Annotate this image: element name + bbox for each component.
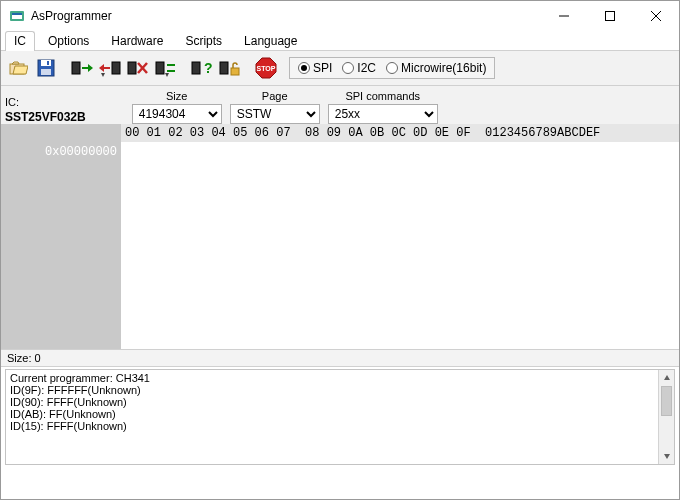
size-select[interactable]: 4194304 <box>132 104 222 124</box>
toolbar: ? STOP SPII2CMicrowire(16bit) <box>1 51 679 86</box>
minimize-button[interactable] <box>541 1 587 31</box>
erase-ic-button[interactable] <box>125 55 151 81</box>
svg-marker-9 <box>13 66 28 74</box>
menu-tab-options[interactable]: Options <box>39 31 98 50</box>
svg-rect-13 <box>41 69 51 75</box>
scroll-up-icon[interactable] <box>659 370 674 386</box>
svg-rect-12 <box>47 61 49 65</box>
svg-marker-49 <box>165 73 169 77</box>
svg-rect-31 <box>128 62 136 74</box>
svg-marker-68 <box>664 375 670 380</box>
stop-button[interactable]: STOP <box>253 55 279 81</box>
status-bar: Size: 0 <box>1 349 679 367</box>
radio-icon <box>298 62 310 74</box>
svg-rect-4 <box>606 12 615 21</box>
config-row: IC: SST25VF032B Size 4194304 Page SSTW S… <box>1 86 679 124</box>
iface-radio-spi[interactable]: SPI <box>298 61 332 75</box>
scroll-thumb[interactable] <box>661 386 672 416</box>
hex-header: 00 01 02 03 04 05 06 07 08 09 0A 0B 0C 0… <box>121 124 679 142</box>
spicmd-select[interactable]: 25xx <box>328 104 438 124</box>
menu-tab-hardware[interactable]: Hardware <box>102 31 172 50</box>
unlock-ic-button[interactable] <box>217 55 243 81</box>
close-button[interactable] <box>633 1 679 31</box>
titlebar: AsProgrammer <box>1 1 679 31</box>
page-select[interactable]: SSTW <box>230 104 320 124</box>
svg-rect-58 <box>220 62 228 74</box>
svg-marker-69 <box>664 454 670 459</box>
svg-rect-50 <box>192 62 200 74</box>
save-file-button[interactable] <box>33 55 59 81</box>
svg-rect-2 <box>12 13 22 15</box>
radio-icon <box>342 62 354 74</box>
svg-rect-14 <box>72 62 80 74</box>
radio-label: Microwire(16bit) <box>401 61 486 75</box>
svg-rect-22 <box>112 62 120 74</box>
interface-radio-group: SPII2CMicrowire(16bit) <box>289 57 495 79</box>
menu-tab-scripts[interactable]: Scripts <box>176 31 231 50</box>
hex-editor[interactable]: 0x00000000 00 01 02 03 04 05 06 07 08 09… <box>1 124 679 349</box>
svg-rect-40 <box>156 62 164 74</box>
window-title: AsProgrammer <box>31 9 112 23</box>
svg-marker-29 <box>99 64 104 72</box>
open-file-button[interactable] <box>5 55 31 81</box>
svg-marker-21 <box>88 64 93 72</box>
iface-radio-microwire-16bit-[interactable]: Microwire(16bit) <box>386 61 486 75</box>
ic-label: IC: <box>5 96 19 108</box>
scroll-down-icon[interactable] <box>659 448 674 464</box>
radio-label: SPI <box>313 61 332 75</box>
radio-icon <box>386 62 398 74</box>
svg-text:STOP: STOP <box>257 65 276 72</box>
iface-radio-i2c[interactable]: I2C <box>342 61 376 75</box>
menu-tab-language[interactable]: Language <box>235 31 306 50</box>
svg-text:?: ? <box>204 60 213 76</box>
maximize-button[interactable] <box>587 1 633 31</box>
ic-value: SST25VF032B <box>5 110 86 124</box>
hex-address: 0x00000000 <box>1 144 121 160</box>
svg-marker-8 <box>12 62 19 64</box>
log-text[interactable]: Current programmer: CH341 ID(9F): FFFFFF… <box>6 370 658 464</box>
size-label: Size <box>166 90 187 102</box>
spicmd-label: SPI commands <box>345 90 420 102</box>
svg-marker-30 <box>101 73 105 77</box>
verify-ic-button[interactable] <box>153 55 179 81</box>
menubar: ICOptionsHardwareScriptsLanguage <box>1 31 679 51</box>
read-ic-button[interactable] <box>69 55 95 81</box>
menu-tab-ic[interactable]: IC <box>5 31 35 51</box>
page-label: Page <box>262 90 288 102</box>
write-ic-button[interactable] <box>97 55 123 81</box>
size-status: Size: 0 <box>7 352 41 364</box>
svg-rect-11 <box>41 60 51 66</box>
log-panel: Current programmer: CH341 ID(9F): FFFFFF… <box>5 369 675 465</box>
log-scrollbar[interactable] <box>658 370 674 464</box>
radio-label: I2C <box>357 61 376 75</box>
detect-ic-button[interactable]: ? <box>189 55 215 81</box>
hex-body[interactable] <box>121 142 679 347</box>
svg-rect-65 <box>231 68 239 75</box>
app-icon <box>9 8 25 24</box>
hex-address-gutter: 0x00000000 <box>1 124 121 349</box>
